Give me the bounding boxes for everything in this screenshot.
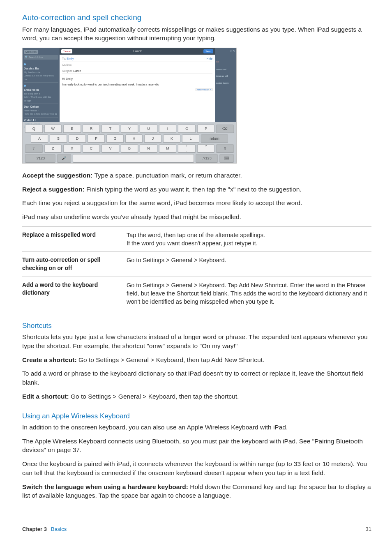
key-h[interactable]: H [125, 134, 143, 143]
unread-dot-icon [24, 85, 26, 87]
onscreen-keyboard: Q W E R T Y U I O P ⌫ A S D F G H J K [23, 122, 236, 163]
key-backspace[interactable]: ⌫ [216, 125, 234, 133]
cc-label: Cc/Bcc: [62, 63, 72, 66]
page-number: 31 [366, 526, 371, 533]
heading-wireless: Using an Apple Wireless Keyboard [22, 411, 371, 421]
wireless-p2: The Apple Wireless Keyboard connects usi… [22, 437, 371, 454]
sender-name: Erica Holm [24, 88, 58, 92]
intro-autocorrect: For many languages, iPad automatically c… [22, 25, 371, 43]
key-numbers[interactable]: .?123 [25, 154, 55, 162]
key-i[interactable]: I [159, 125, 177, 133]
preview-line: Here are a few Joshua Tree la [24, 112, 58, 115]
key-c[interactable]: C [83, 144, 100, 152]
table-row: Turn auto-correction or spell checking o… [22, 252, 371, 277]
chapter-label: Chapter 3 [22, 526, 47, 532]
key-q[interactable]: Q [25, 125, 43, 133]
unread-dot-icon [24, 63, 26, 65]
send-button[interactable]: Send [203, 49, 213, 53]
create-shortcut-para: Create a shortcut: Go to Settings > Gene… [22, 355, 371, 364]
key-exclaim[interactable]: !, [178, 144, 196, 152]
key-u[interactable]: U [140, 125, 157, 133]
body-greeting: Hi Emily, [62, 77, 212, 81]
sender-name: Jessica Ba [24, 67, 58, 71]
underline-para: iPad may also underline words you've alr… [22, 212, 371, 221]
table-term: Turn auto-correction or spell checking o… [22, 252, 127, 277]
subject-line: Be: Help with c [24, 92, 58, 95]
key-a[interactable]: A [31, 134, 48, 143]
key-z[interactable]: Z [44, 144, 62, 152]
panel-text: ad [216, 60, 235, 63]
learn-para: Each time you reject a suggestion for th… [22, 198, 371, 208]
key-w[interactable]: W [44, 125, 62, 133]
table-desc: Go to Settings > General > Keyboard. [127, 252, 371, 277]
to-value: Emily [67, 57, 74, 60]
subject-line: My five favorite [24, 71, 58, 74]
table-term: Replace a misspelled word [22, 226, 127, 252]
sender-name: Vivien Li [24, 118, 58, 122]
edit-shortcut-para: Edit a shortcut: Go to Settings > Genera… [22, 392, 371, 401]
key-dictation[interactable]: 🎤 [57, 154, 71, 162]
key-hide-keyboard[interactable]: ⌨ [219, 154, 234, 162]
table-row: Replace a misspelled word Tap the word, … [22, 226, 371, 252]
cancel-button[interactable]: Cancel [61, 49, 72, 53]
reject-suggestion-para: Reject a suggestion: Finish typing the w… [22, 185, 371, 194]
preview-line: Check out this w really liked the [24, 74, 58, 81]
key-k[interactable]: K [163, 134, 180, 143]
key-o[interactable]: O [178, 125, 196, 133]
key-y[interactable]: Y [121, 125, 138, 133]
key-d[interactable]: D [69, 134, 86, 143]
panel-text: going down [216, 81, 235, 85]
table-row: Add a word to the keyboard dictionary Go… [22, 277, 371, 310]
key-x[interactable]: X [63, 144, 81, 152]
key-numbers[interactable]: .?123 [196, 154, 218, 162]
heading-autocorrect: Auto-correction and spell checking [22, 12, 371, 23]
add-word-para: To add a word or phrase to the keyboard … [22, 369, 371, 387]
key-p[interactable]: P [197, 125, 215, 133]
key-l[interactable]: L [182, 134, 199, 143]
accept-suggestion-para: Accept the suggestion: Type a space, pun… [22, 171, 371, 180]
screenshot-ipad-mail: Mailboxes 🔍 Search Inbox Jessica BaMy fi… [22, 48, 237, 164]
intro-shortcuts: Shortcuts lets you type just a few chara… [22, 332, 371, 350]
mailboxes-button[interactable]: Mailboxes [24, 50, 38, 54]
key-m[interactable]: M [159, 144, 177, 152]
autocorrect-table: Replace a misspelled word Tap the word, … [22, 226, 371, 311]
heading-shortcuts: Shortcuts [22, 321, 371, 331]
key-e[interactable]: E [63, 125, 81, 133]
panel-text: omorrow! [216, 68, 235, 71]
body-text: I'm really looking forward to our lunch … [62, 83, 159, 86]
search-icon: 🔍 [25, 55, 28, 59]
search-input[interactable]: 🔍 Search Inbox [24, 55, 58, 59]
key-g[interactable]: G [106, 134, 124, 143]
key-t[interactable]: T [101, 125, 119, 133]
key-question[interactable]: ?. [197, 144, 215, 152]
table-desc: Go to Settings > General > Keyboard. Tap… [127, 277, 371, 310]
key-f[interactable]: F [88, 134, 105, 143]
key-shift[interactable]: ⇧ [25, 144, 43, 152]
key-r[interactable]: R [83, 125, 100, 133]
preview-line: John, Thank you with the design [24, 95, 58, 102]
key-space[interactable] [73, 154, 194, 162]
subject-line: New Photos f [24, 109, 58, 112]
section-label: Basics [51, 526, 67, 532]
autocorrect-suggestion[interactable]: reservation × [196, 88, 212, 91]
key-return[interactable]: return [201, 134, 228, 143]
window-title: Lunch [133, 49, 142, 53]
wireless-p3: Once the keyboard is paired with iPad, i… [22, 459, 371, 477]
wireless-switch-para: Switch the language when using a hardwar… [22, 482, 371, 500]
wireless-p1: In addition to the onscreen keyboard, yo… [22, 423, 371, 432]
key-b[interactable]: B [121, 144, 138, 152]
subject-label: Subject: [62, 69, 72, 72]
page-footer: Chapter 3Basics 31 [22, 526, 371, 533]
compose-icon[interactable]: ✎ [233, 50, 235, 52]
panel-text: iong as will [216, 74, 235, 78]
key-shift[interactable]: ⇧ [216, 144, 234, 152]
to-label: To: [62, 57, 66, 60]
key-n[interactable]: N [140, 144, 157, 152]
table-desc: Tap the word, then tap one of the altern… [127, 226, 371, 252]
reply-icon[interactable]: ↩ [230, 50, 232, 52]
key-v[interactable]: V [101, 144, 119, 152]
key-s[interactable]: S [50, 134, 67, 143]
hide-button[interactable]: Hide [207, 57, 212, 61]
sender-name: Dan Cohen [24, 105, 58, 109]
key-j[interactable]: J [144, 134, 161, 143]
